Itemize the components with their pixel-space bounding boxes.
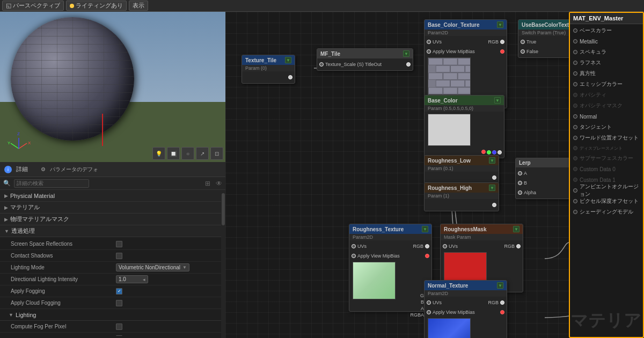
translucency-section[interactable]: ▼ 透過処理: [0, 225, 225, 237]
output-velocity-checkbox[interactable]: [116, 335, 122, 336]
lighting-mode-select[interactable]: Volumetric NonDirectional ▼: [116, 263, 189, 271]
vp-btn-4[interactable]: ↗: [196, 147, 209, 160]
roughness-low-expand[interactable]: ▼: [489, 157, 495, 164]
contact-shadows-checkbox[interactable]: [116, 253, 122, 259]
fog-per-pixel-checkbox[interactable]: [116, 324, 122, 330]
node-editor[interactable]: Texture_Tile ▼ Param (0) MF_Tile ▼ Textu…: [225, 12, 644, 338]
vp-btn-2[interactable]: 🔲: [167, 147, 180, 160]
base-color-r[interactable]: [481, 150, 486, 154]
nt-r-pin[interactable]: [500, 310, 504, 314]
mat-env-ao-pin[interactable]: [573, 188, 577, 193]
rm-rgb-label: RGB: [504, 244, 515, 249]
rt-rgb-pin[interactable]: [425, 244, 429, 248]
mat-env-opacity-mask-pin[interactable]: [573, 104, 577, 108]
apply-fogging-checkbox[interactable]: [116, 288, 122, 295]
vp-btn-1[interactable]: 💡: [152, 147, 165, 160]
mat-env-base-color-pin[interactable]: [573, 28, 577, 33]
mat-env-normal-label: Normal: [580, 114, 597, 120]
base-color-a[interactable]: [497, 150, 502, 155]
mat-env-custom1-pin[interactable]: [573, 178, 577, 182]
base-color-expand[interactable]: ▼: [494, 97, 501, 104]
grid-icon[interactable]: ⊞: [205, 180, 210, 187]
roughness-high-out[interactable]: [492, 203, 496, 207]
mat-env-displacement-pin[interactable]: [573, 146, 577, 150]
roughness-mask-expand[interactable]: ▼: [513, 226, 519, 232]
screen-reflections-checkbox[interactable]: [116, 241, 122, 247]
ubc-true-pin[interactable]: [521, 40, 525, 44]
mat-env-world-offset-pin[interactable]: [573, 136, 577, 140]
lighting-button[interactable]: ライティングあり: [66, 1, 127, 11]
cloud-fogging-checkbox[interactable]: [116, 300, 122, 306]
bct-r-pin[interactable]: [500, 49, 504, 54]
lerp-a-pin[interactable]: [518, 171, 522, 175]
scrollbar-thumb[interactable]: [222, 193, 225, 225]
search-input[interactable]: [14, 179, 89, 188]
mat-env-aniso-pin[interactable]: [573, 71, 577, 76]
mf-tile-expand[interactable]: ▼: [403, 50, 409, 57]
texture-tile-expand[interactable]: ▼: [285, 57, 291, 63]
mf-tile-out[interactable]: [406, 62, 411, 67]
normal-texture-node[interactable]: Normal_Texture ▼ Param2D UVs RGB Apply V…: [424, 280, 507, 338]
roughness-texture-expand[interactable]: ▼: [422, 226, 428, 232]
material-section[interactable]: ▶ マテリアル: [0, 202, 225, 214]
details-scrollbar[interactable]: [221, 192, 225, 338]
rt-uv-pin[interactable]: [352, 244, 356, 248]
roughness-texture-node[interactable]: Roughness_Texture ▼ Param2D UVs RGB Appl…: [349, 224, 432, 312]
roughness-low-node[interactable]: Roughness_Low ▼ Param (0.1): [424, 155, 499, 184]
mat-env-normal-pin[interactable]: [573, 114, 577, 119]
nt-uv-pin[interactable]: [427, 300, 431, 305]
mf-tile-node[interactable]: MF_Tile ▼ Texture_Scale (S) TitleOut: [317, 48, 413, 71]
rm-uv-pin[interactable]: [443, 244, 447, 248]
mat-env-pixel-depth-pin[interactable]: [573, 199, 577, 203]
mat-env-opacity-pin[interactable]: [573, 93, 577, 97]
roughness-high-expand[interactable]: ▼: [489, 185, 495, 191]
physics-mask-section[interactable]: ▶ 物理マテリアルマスク: [0, 214, 225, 225]
eye-icon[interactable]: 👁: [216, 180, 222, 187]
mat-env-emissive-pin[interactable]: [573, 82, 577, 86]
roughness-high-node[interactable]: Roughness_High ▼ Param (1): [424, 182, 499, 211]
bct-uv-pin[interactable]: [427, 40, 431, 44]
params-title: パラメータのデフォ: [50, 166, 98, 173]
lighting-subsection[interactable]: ▼ Lighting: [0, 309, 225, 321]
nt-rgb-pin[interactable]: [500, 300, 504, 305]
lerp-b-pin[interactable]: [518, 181, 522, 185]
show-button[interactable]: 表示: [129, 1, 148, 11]
base-color-subtitle: Param (0.5,0.5,0.5,0): [425, 105, 504, 112]
texture-tile-node[interactable]: Texture_Tile ▼ Param (0): [241, 55, 295, 84]
texture-tile-out[interactable]: [288, 75, 292, 79]
lerp-alpha-pin[interactable]: [518, 190, 522, 195]
rm-rgb-pin[interactable]: [516, 244, 521, 248]
vp-btn-3[interactable]: ○: [181, 147, 194, 160]
nt-mip-pin[interactable]: [427, 310, 431, 314]
mat-env-specular-pin[interactable]: [573, 50, 577, 54]
roughness-low-out[interactable]: [492, 175, 496, 180]
perspective-button[interactable]: ◱ パースペクティブ: [2, 1, 64, 11]
base-color-b[interactable]: [492, 150, 496, 155]
dir-lighting-input[interactable]: 1.0 ◂: [116, 275, 148, 283]
mat-env-master-node[interactable]: MAT_ENV_Master ベースカラー Metallic スペキュラ ラフネ…: [569, 12, 644, 338]
mat-env-tangent-pin[interactable]: [573, 125, 577, 129]
bct-mip-pin[interactable]: [427, 49, 431, 54]
base-color-texture-expand[interactable]: ▼: [497, 21, 503, 28]
viewport-toolbar: 💡 🔲 ○ ↗ ⊡: [152, 147, 223, 160]
mf-tile-in-pin[interactable]: [319, 62, 324, 67]
base-color-node[interactable]: Base_Color ▼ Param (0.5,0.5,0.5,0): [424, 95, 504, 158]
normal-texture-expand[interactable]: ▼: [497, 282, 503, 289]
vp-btn-5[interactable]: ⊡: [210, 147, 223, 160]
ubc-false-pin[interactable]: [521, 49, 525, 54]
material-label: マテリアル: [10, 203, 40, 211]
rt-r-pin[interactable]: [425, 254, 429, 258]
mat-env-subsurface-pin[interactable]: [573, 156, 577, 160]
physical-material-section[interactable]: ▶ Physical Material: [0, 190, 225, 202]
base-color-header: Base_Color ▼: [425, 95, 504, 105]
mat-env-header: MAT_ENV_Master: [570, 13, 643, 24]
mat-env-displacement-label: ディスプレースメント: [580, 145, 623, 151]
mat-env-roughness-pin[interactable]: [573, 61, 577, 65]
rt-mip-pin[interactable]: [352, 254, 356, 258]
mat-env-metallic-pin[interactable]: [573, 39, 577, 43]
base-color-g[interactable]: [487, 150, 491, 155]
mat-env-shading-pin[interactable]: [573, 210, 577, 214]
base-color-texture-header: Base_Color_Texture ▼: [425, 20, 507, 30]
mat-env-custom0-pin[interactable]: [573, 167, 577, 171]
bct-rgb-pin[interactable]: [500, 40, 504, 44]
